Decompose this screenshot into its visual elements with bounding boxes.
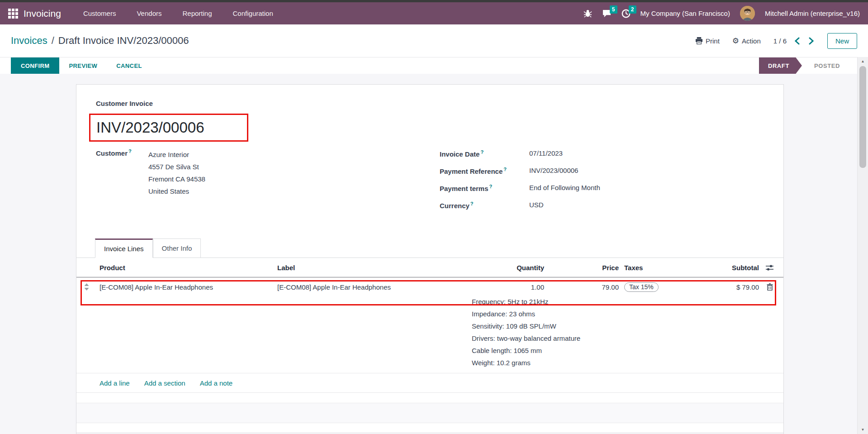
customer-help-icon[interactable]: ? bbox=[128, 148, 132, 154]
optional-columns-icon[interactable] bbox=[759, 264, 780, 271]
delete-line-icon[interactable] bbox=[759, 283, 780, 291]
line-quantity[interactable]: 1.00 bbox=[472, 283, 544, 291]
tab-invoice-lines[interactable]: Invoice Lines bbox=[95, 238, 153, 258]
pager-counter: 1 / 6 bbox=[773, 37, 787, 45]
main-navbar: Invoicing Customers Vendors Reporting Co… bbox=[0, 2, 868, 24]
customer-value: Azure Interior 4557 De Silva St Fremont … bbox=[148, 148, 205, 197]
nav-menu-reporting[interactable]: Reporting bbox=[172, 2, 222, 24]
messages-icon[interactable]: 5 bbox=[602, 9, 612, 18]
payment-terms-label-text: Payment terms bbox=[440, 185, 489, 192]
status-posted[interactable]: POSTED bbox=[814, 62, 840, 69]
nav-menu-customers[interactable]: Customers bbox=[73, 2, 127, 24]
action-label: Action bbox=[742, 37, 761, 45]
tax-tag[interactable]: Tax 15% bbox=[624, 282, 659, 292]
app-title[interactable]: Invoicing bbox=[24, 8, 61, 19]
invoice-date-help-icon[interactable]: ? bbox=[480, 149, 484, 155]
table-footer-links: Add a line Add a section Add a note bbox=[76, 373, 783, 393]
payment-terms-help-icon[interactable]: ? bbox=[489, 184, 493, 189]
invoice-number[interactable]: INV/2023/00006 bbox=[96, 119, 204, 136]
customer-name-link[interactable]: Azure Interior bbox=[148, 148, 205, 161]
description-line: Frequency: 5Hz to 21kHz bbox=[472, 296, 783, 308]
line-subtotal: $ 79.00 bbox=[678, 283, 759, 291]
header-subtotal[interactable]: Subtotal bbox=[678, 264, 759, 272]
header-label[interactable]: Label bbox=[277, 264, 472, 272]
company-switcher[interactable]: My Company (San Francisco) bbox=[640, 10, 730, 17]
drag-handle-icon[interactable] bbox=[76, 283, 96, 291]
print-button[interactable]: Print bbox=[695, 37, 720, 45]
line-taxes: Tax 15% bbox=[619, 282, 678, 292]
line-product[interactable]: [E-COM08] Apple In-Ear Headphones bbox=[96, 283, 277, 291]
print-label: Print bbox=[706, 37, 720, 45]
control-panel: Invoices / Draft Invoice INV/2023/00006 … bbox=[0, 24, 868, 57]
invoice-number-highlight: INV/2023/00006 bbox=[89, 114, 248, 142]
payment-terms-label: Payment terms? bbox=[440, 184, 529, 192]
currency-label: Currency? bbox=[440, 201, 529, 210]
add-a-line-link[interactable]: Add a line bbox=[100, 379, 130, 387]
payment-terms-value[interactable]: End of Following Month bbox=[529, 184, 600, 192]
description-line: Sensitivity: 109 dB SPL/mW bbox=[472, 320, 783, 332]
invoice-line-row[interactable]: [E-COM08] Apple In-Ear Headphones [E-COM… bbox=[76, 277, 783, 296]
tab-other-info[interactable]: Other Info bbox=[153, 238, 201, 258]
form-statusbar: CONFIRM PREVIEW CANCEL DRAFT POSTED bbox=[0, 57, 868, 74]
apps-grid-icon[interactable] bbox=[8, 9, 18, 19]
payment-reference-label: Payment Reference? bbox=[440, 167, 529, 175]
invoice-detail-fields: Invoice Date? 07/11/2023 Payment Referen… bbox=[440, 149, 600, 210]
pager-next-icon[interactable] bbox=[808, 36, 815, 46]
invoice-sheet: Customer Invoice INV/2023/00006 Customer… bbox=[76, 84, 784, 434]
currency-help-icon[interactable]: ? bbox=[470, 201, 474, 206]
action-button[interactable]: ⚙ Action bbox=[732, 37, 761, 45]
notebook-tabs: Invoice Lines Other Info bbox=[76, 238, 783, 258]
scrollbar-down-icon[interactable]: ▼ bbox=[858, 428, 868, 432]
user-avatar[interactable] bbox=[740, 6, 755, 21]
invoice-date-label: Invoice Date? bbox=[440, 149, 529, 158]
nav-menu: Customers Vendors Reporting Configuratio… bbox=[73, 2, 284, 24]
line-price[interactable]: 79.00 bbox=[544, 283, 619, 291]
confirm-button[interactable]: CONFIRM bbox=[11, 57, 59, 74]
nav-menu-vendors[interactable]: Vendors bbox=[126, 2, 172, 24]
preview-button[interactable]: PREVIEW bbox=[59, 57, 107, 74]
scrollbar-thumb[interactable] bbox=[859, 66, 866, 168]
add-a-note-link[interactable]: Add a note bbox=[200, 379, 233, 387]
customer-label-text: Customer bbox=[96, 149, 128, 157]
customer-label: Customer? bbox=[96, 148, 148, 197]
line-label[interactable]: [E-COM08] Apple In-Ear Headphones bbox=[277, 283, 472, 291]
messages-badge: 5 bbox=[610, 5, 617, 14]
new-button[interactable]: New bbox=[827, 33, 857, 49]
cancel-button[interactable]: CANCEL bbox=[107, 57, 152, 74]
control-panel-actions: Print ⚙ Action 1 / 6 New bbox=[695, 33, 857, 49]
payment-reference-value[interactable]: INV/2023/00006 bbox=[529, 167, 600, 175]
document-type-label: Customer Invoice bbox=[96, 100, 153, 107]
scrollbar-up-icon[interactable]: ▲ bbox=[858, 59, 868, 63]
currency-label-text: Currency bbox=[440, 202, 470, 210]
empty-row bbox=[76, 393, 783, 403]
breadcrumb-separator: / bbox=[52, 35, 54, 47]
currency-value[interactable]: USD bbox=[529, 201, 600, 210]
header-quantity[interactable]: Quantity bbox=[472, 264, 544, 272]
header-product[interactable]: Product bbox=[96, 264, 277, 272]
add-a-section-link[interactable]: Add a section bbox=[144, 379, 185, 387]
gear-icon: ⚙ bbox=[732, 37, 739, 45]
empty-row bbox=[76, 423, 783, 432]
pager-previous-icon[interactable] bbox=[794, 36, 801, 46]
table-header-row: Product Label Quantity Price Taxes Subto… bbox=[76, 258, 783, 277]
payment-reference-label-text: Payment Reference bbox=[440, 167, 503, 175]
line-description: Frequency: 5Hz to 21kHz Impedance: 23 oh… bbox=[76, 296, 783, 373]
vertical-scrollbar[interactable]: ▲ ▼ bbox=[857, 57, 868, 434]
user-menu[interactable]: Mitchell Admin (enterprise_v16) bbox=[765, 10, 860, 17]
header-price[interactable]: Price bbox=[544, 264, 619, 272]
breadcrumb-invoices-link[interactable]: Invoices bbox=[11, 35, 47, 47]
header-taxes[interactable]: Taxes bbox=[619, 264, 678, 272]
payment-reference-help-icon[interactable]: ? bbox=[503, 167, 507, 172]
status-draft[interactable]: DRAFT bbox=[759, 57, 802, 74]
breadcrumb: Invoices / Draft Invoice INV/2023/00006 bbox=[11, 35, 189, 47]
nav-menu-configuration[interactable]: Configuration bbox=[223, 2, 284, 24]
customer-address-line: Fremont CA 94538 bbox=[148, 173, 205, 185]
printer-icon bbox=[695, 37, 703, 44]
description-line: Impedance: 23 ohms bbox=[472, 308, 783, 320]
debug-bug-icon[interactable] bbox=[583, 9, 592, 18]
sheet-bottom-band bbox=[76, 432, 783, 434]
description-line: Weight: 10.2 grams bbox=[472, 357, 783, 369]
activities-clock-icon[interactable]: 2 bbox=[621, 9, 631, 18]
form-view: Customer Invoice INV/2023/00006 Customer… bbox=[0, 74, 868, 434]
invoice-date-value[interactable]: 07/11/2023 bbox=[529, 149, 600, 158]
